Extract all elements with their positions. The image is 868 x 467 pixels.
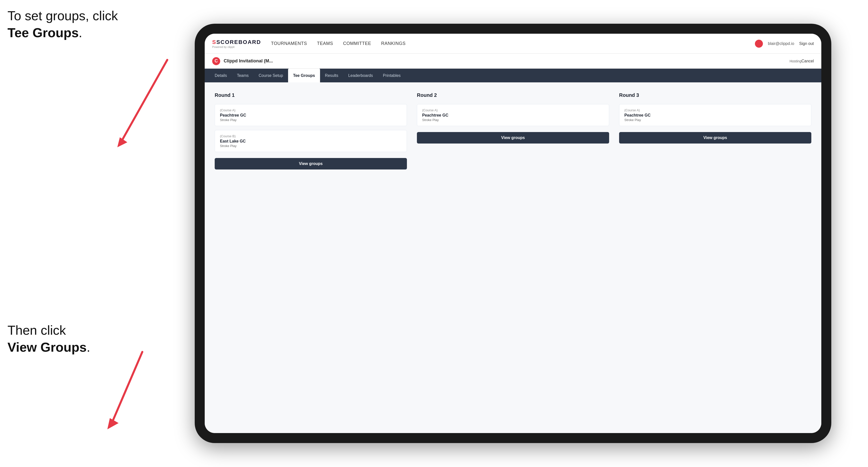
round-1-course-a-format: Stroke Play [220, 118, 402, 122]
tab-tee-groups[interactable]: Tee Groups [288, 69, 320, 82]
top-nav: SSCOREBOARD Powered by clippit TOURNAMEN… [205, 34, 821, 54]
tab-details[interactable]: Details [210, 69, 232, 82]
round-2-column: Round 2 (Course A) Peachtree GC Stroke P… [417, 92, 609, 169]
tab-printables[interactable]: Printables [378, 69, 406, 82]
round-3-column: Round 3 (Course A) Peachtree GC Stroke P… [619, 92, 811, 169]
round-2-course-a-name: Peachtree GC [422, 113, 604, 118]
tee-groups-emphasis: Tee Groups [7, 26, 79, 40]
round-2-course-a-card: (Course A) Peachtree GC Stroke Play [417, 104, 609, 126]
instruction-bottom-line1: Then click [7, 323, 66, 338]
tab-teams[interactable]: Teams [232, 69, 254, 82]
round-1-column: Round 1 (Course A) Peachtree GC Stroke P… [215, 92, 407, 169]
round-3-title: Round 3 [619, 92, 811, 98]
tab-course-setup[interactable]: Course Setup [254, 69, 288, 82]
logo-text: SSCOREBOARD [212, 39, 261, 45]
instruction-bottom: Then click View Groups. [7, 322, 90, 356]
tournament-name: Clippd Invitational (M... [224, 58, 787, 64]
round-1-course-a-card: (Course A) Peachtree GC Stroke Play [215, 104, 407, 126]
view-groups-emphasis: View Groups [7, 340, 87, 354]
round-1-course-b-name: East Lake GC [220, 139, 402, 144]
round-3-course-a-name: Peachtree GC [624, 113, 806, 118]
round-3-view-groups-button[interactable]: View groups [619, 132, 811, 144]
instruction-top: To set groups, click Tee Groups. [7, 7, 118, 41]
round-2-course-a-format: Stroke Play [422, 118, 604, 122]
round-3-course-a-label: (Course A) [624, 108, 806, 112]
tablet-screen: SSCOREBOARD Powered by clippit TOURNAMEN… [205, 34, 821, 433]
user-avatar [755, 40, 763, 48]
tab-results[interactable]: Results [320, 69, 343, 82]
round-3-course-a-format: Stroke Play [624, 118, 806, 122]
round-2-view-groups-button[interactable]: View groups [417, 132, 609, 144]
round-2-title: Round 2 [417, 92, 609, 98]
round-1-course-b-format: Stroke Play [220, 144, 402, 148]
round-1-course-b-label: (Course B) [220, 134, 402, 138]
logo-area: SSCOREBOARD Powered by clippit [212, 39, 261, 49]
tournament-logo: C [212, 57, 220, 65]
sign-out-link[interactable]: Sign out [799, 41, 814, 46]
tab-leaderboards[interactable]: Leaderboards [343, 69, 378, 82]
round-1-title: Round 1 [215, 92, 407, 98]
svg-line-0 [122, 60, 167, 140]
round-1-course-b-card: (Course B) East Lake GC Stroke Play [215, 130, 407, 152]
round-3-course-a-card: (Course A) Peachtree GC Stroke Play [619, 104, 811, 126]
nav-tournaments[interactable]: TOURNAMENTS [271, 40, 307, 48]
round-1-course-a-label: (Course A) [220, 108, 402, 112]
nav-teams[interactable]: TEAMS [317, 40, 333, 48]
logo-sub: Powered by clippit [212, 45, 261, 49]
nav-committee[interactable]: COMMITTEE [343, 40, 371, 48]
nav-links: TOURNAMENTS TEAMS COMMITTEE RANKINGS [271, 40, 755, 48]
user-email: blair@clippd.io [768, 41, 794, 46]
round-1-course-a-name: Peachtree GC [220, 113, 402, 118]
instruction-top-line1: To set groups, click [7, 8, 118, 23]
nav-rankings[interactable]: RANKINGS [381, 40, 406, 48]
arrow-to-view-groups [80, 347, 205, 434]
rounds-grid: Round 1 (Course A) Peachtree GC Stroke P… [215, 92, 811, 169]
main-content: Round 1 (Course A) Peachtree GC Stroke P… [205, 82, 821, 433]
cancel-button[interactable]: Cancel [801, 59, 814, 63]
svg-line-2 [112, 352, 142, 422]
round-2-course-a-label: (Course A) [422, 108, 604, 112]
tab-bar: Details Teams Course Setup Tee Groups Re… [205, 69, 821, 82]
hosting-badge: Hosting [789, 59, 801, 63]
tablet: SSCOREBOARD Powered by clippit TOURNAMEN… [195, 24, 831, 443]
round-1-view-groups-button[interactable]: View groups [215, 158, 407, 169]
nav-right: blair@clippd.io Sign out [755, 40, 814, 48]
tournament-bar: C Clippd Invitational (M... Hosting Canc… [205, 54, 821, 69]
